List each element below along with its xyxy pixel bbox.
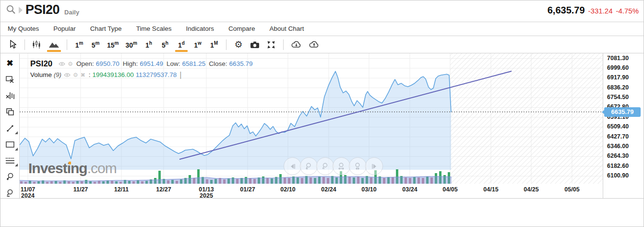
timeframe-1w-button[interactable]: 1w xyxy=(190,36,206,53)
volume-visibility-icon[interactable] xyxy=(64,73,71,77)
price-axis[interactable]: 7081.306999.606917.906836.206754.506672.… xyxy=(603,53,644,198)
pan-left-button[interactable] xyxy=(284,157,301,175)
y-axis-label: 6346.00 xyxy=(607,143,629,150)
menu-item-my-quotes[interactable]: My Quotes xyxy=(0,22,46,36)
last-price: 6,635.79 xyxy=(548,5,585,16)
zoom-in-button[interactable] xyxy=(300,157,318,175)
chart-nav-controls xyxy=(284,157,399,176)
close-panel-button[interactable]: ✖ xyxy=(4,58,16,68)
watermark-orange-dot xyxy=(69,162,71,164)
zoom-out-tool-button[interactable] xyxy=(4,188,16,198)
screenshot-button[interactable] xyxy=(247,36,263,53)
separator xyxy=(226,39,227,50)
y-axis-label: 6182.60 xyxy=(607,163,629,169)
timeframe-30m-button[interactable]: 30m xyxy=(122,36,140,53)
horizontal-lines-icon xyxy=(5,157,15,164)
chart-bottom-border xyxy=(0,198,644,199)
zoom-in-tool-button[interactable] xyxy=(4,172,16,182)
x-axis-label: 04/25 xyxy=(524,186,538,193)
pan-right-button[interactable] xyxy=(365,157,383,175)
visibility-toggle-icon[interactable] xyxy=(59,62,65,66)
cloud-upload-icon xyxy=(309,40,320,49)
close-icon: ✖ xyxy=(6,59,13,67)
future-area-hatch xyxy=(450,53,603,184)
menu-item-chart-type[interactable]: Chart Type xyxy=(83,22,129,36)
chart-legend: PSI20 ⚙ Open: 6950.70 High: 6951.49 Low:… xyxy=(30,58,252,80)
save-chart-button[interactable] xyxy=(287,36,305,53)
rectangle-tool-button[interactable] xyxy=(4,139,16,150)
pan-left-icon xyxy=(289,163,297,170)
x-axis-label: 11/27 xyxy=(73,186,88,193)
x-axis-label: 05/05 xyxy=(564,186,579,193)
menu-item-time-scales[interactable]: Time Scales xyxy=(129,22,179,36)
zoom-x-axis-button[interactable] xyxy=(333,157,350,175)
toolbar: 1m 5m 15m 30m 1h 5h 1d 1w 1M ⚙ xyxy=(0,36,644,53)
candlestick-chart-type-button[interactable] xyxy=(29,36,45,53)
candlestick-icon xyxy=(32,40,42,49)
price-change-percent: -4.75% xyxy=(616,7,639,15)
timeframe-1M-button[interactable]: 1M xyxy=(206,36,222,53)
fullscreen-button[interactable] xyxy=(263,36,279,53)
separator xyxy=(24,39,25,50)
y-axis-label: 6509.40 xyxy=(607,123,629,130)
trendline-tool-button[interactable] xyxy=(4,123,16,133)
series-settings-icon[interactable]: ⚙ xyxy=(68,61,73,67)
timeframe-15m-button[interactable]: 15m xyxy=(104,36,122,53)
high-value: 6951.49 xyxy=(140,60,163,67)
delete-indicators-button[interactable] xyxy=(4,91,16,101)
y-axis-label: 6999.60 xyxy=(607,64,629,71)
timeframe-1d-button[interactable]: 1d xyxy=(173,36,190,53)
clone-drawing-button[interactable] xyxy=(4,107,16,117)
price-area-fill xyxy=(20,71,451,170)
rectangle-icon xyxy=(5,141,15,148)
volume-period: (9) xyxy=(54,71,61,78)
settings-button[interactable]: ⚙ xyxy=(230,36,247,53)
menu-item-indicators[interactable]: Indicators xyxy=(179,22,221,36)
volume-ma-value: 113279537.78 xyxy=(136,71,177,78)
delete-drawings-button[interactable] xyxy=(4,75,16,85)
volume-remove-icon[interactable]: ✖ xyxy=(81,72,85,78)
timeframe-5h-button[interactable]: 5h xyxy=(157,36,173,53)
low-value: 6581.25 xyxy=(182,60,206,67)
trendline-icon xyxy=(6,124,14,133)
y-axis-label: 6100.90 xyxy=(607,172,629,179)
fibonacci-tool-button[interactable] xyxy=(4,156,16,166)
cursor-tool-button[interactable] xyxy=(4,36,21,53)
timeframe-1m-button[interactable]: 1m xyxy=(71,36,87,53)
x-axis-label: 12/27 xyxy=(156,186,171,193)
price-change: -331.24 xyxy=(588,7,613,15)
x-axis-year-label: 2024 xyxy=(21,192,35,198)
zoom-out-button[interactable] xyxy=(316,157,334,175)
camera-icon xyxy=(250,41,260,49)
x-axis-label: 04/15 xyxy=(483,186,498,193)
search-icon[interactable] xyxy=(5,4,17,16)
zoom-y-axis-button[interactable] xyxy=(349,157,367,175)
watermark: Investing.com xyxy=(28,160,117,177)
y-axis-label: 6754.50 xyxy=(607,94,629,101)
volume-value: 199439136.00 xyxy=(93,71,134,78)
x-axis-label: 11/07 xyxy=(21,186,36,193)
delete-drawing-icon xyxy=(5,75,15,84)
timeframe-1h-button[interactable]: 1h xyxy=(141,36,157,53)
x-axis-label: 01/27 xyxy=(240,186,255,193)
menu-item-popular[interactable]: Popular xyxy=(46,22,83,36)
area-chart-type-button[interactable] xyxy=(45,36,63,53)
chart-plot-area[interactable]: 11/07202411/2712/1112/2701/13202501/2702… xyxy=(20,53,603,198)
header: PSI20 Daily 6,635.79 -331.24 -4.75% xyxy=(0,0,644,22)
menu-item-about-chart[interactable]: About Chart xyxy=(262,22,311,36)
clone-icon xyxy=(6,108,14,116)
fullscreen-icon xyxy=(267,40,275,49)
load-chart-button[interactable] xyxy=(305,36,323,53)
pan-right-icon xyxy=(370,163,378,170)
zoom-out-icon xyxy=(5,189,14,198)
volume-settings-icon[interactable]: ⚙ xyxy=(73,72,78,78)
chevron-right-icon xyxy=(19,7,23,13)
close-label: Close: xyxy=(209,60,227,67)
timeframe-5m-button[interactable]: 5m xyxy=(87,36,104,53)
menu-item-compare[interactable]: Compare xyxy=(221,22,262,36)
x-axis-label: 02/24 xyxy=(321,186,336,193)
y-axis-label: 6264.30 xyxy=(607,152,629,159)
volume-colon: : xyxy=(89,71,91,78)
last-price-badge: 6635.79 xyxy=(604,107,641,117)
x-axis-label: 01/13 xyxy=(199,186,214,193)
